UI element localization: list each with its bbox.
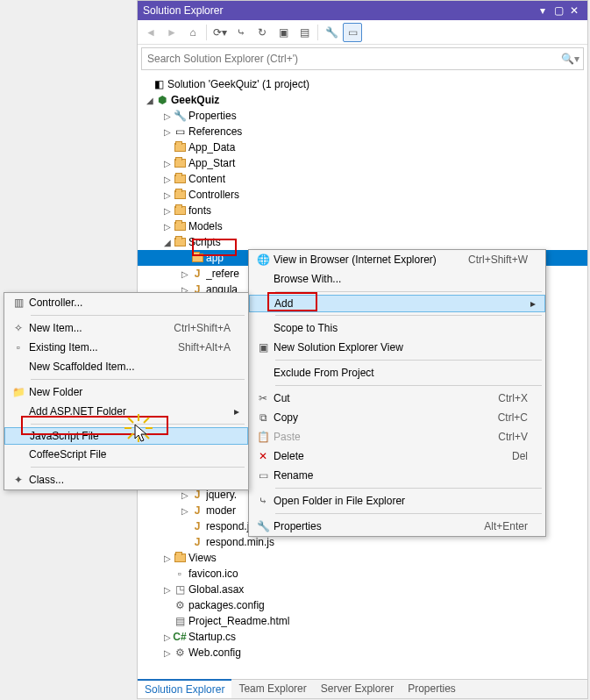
- menu-rename[interactable]: ▭Rename: [249, 466, 545, 485]
- folder-icon: [173, 219, 187, 233]
- solution-node[interactable]: ◧Solution 'GeekQuiz' (1 project): [141, 76, 587, 92]
- toolbar: ◄ ► ⌂ ⟳▾ ⤷ ↻ ▣ ▤ 🔧 ▭: [138, 20, 587, 45]
- folder-icon: [173, 156, 187, 170]
- webconfig-node[interactable]: ▷⚙Web.config: [141, 645, 587, 661]
- search-row: 🔍▾: [141, 47, 584, 70]
- views-node[interactable]: ▷Views: [141, 550, 587, 566]
- menu-paste: 📋PasteCtrl+V: [249, 427, 545, 446]
- config-file-icon: ⚙: [173, 646, 187, 660]
- collapse-icon[interactable]: ◢: [162, 238, 173, 247]
- menu-view-in-browser[interactable]: 🌐View in Browser (Internet Explorer)Ctrl…: [249, 250, 545, 269]
- menu-new-item[interactable]: ✧New Item...Ctrl+Shift+A: [4, 318, 248, 338]
- new-folder-icon: 📁: [8, 386, 29, 398]
- menu-new-se-view[interactable]: ▣New Solution Explorer View: [249, 338, 545, 357]
- menu-delete[interactable]: ✕DeleteDel: [249, 446, 545, 466]
- folder-icon: [173, 204, 187, 218]
- menu-browse-with[interactable]: Browse With...: [249, 269, 545, 289]
- show-all-button[interactable]: ▤: [295, 23, 314, 42]
- pin-icon[interactable]: ▢: [551, 4, 566, 17]
- js-file-icon: J: [190, 504, 204, 518]
- browser-icon: 🌐: [252, 254, 274, 266]
- existing-item-icon: ▫: [8, 341, 29, 354]
- cut-icon: ✂: [252, 392, 274, 404]
- references-node[interactable]: ▷▭References: [141, 124, 587, 139]
- menu-class[interactable]: ✦Class...: [4, 470, 248, 489]
- folder-open-icon: ⤷: [252, 495, 274, 507]
- titlebar: Solution Explorer ▾ ▢ ✕: [138, 1, 587, 20]
- folder-icon: [173, 172, 187, 186]
- menu-open-folder[interactable]: ⤷Open Folder in File Explorer: [249, 491, 545, 511]
- startup-node[interactable]: ▷C#Startup.cs: [141, 629, 587, 645]
- home-button[interactable]: ⌂: [183, 23, 203, 42]
- delete-icon: ✕: [252, 450, 274, 462]
- collapse-button[interactable]: ▣: [274, 23, 293, 42]
- tab-team-explorer[interactable]: Team Explorer: [231, 680, 313, 698]
- fonts-node[interactable]: ▷fonts: [141, 203, 587, 218]
- controller-icon: ▥: [8, 296, 29, 309]
- js-file-icon: J: [190, 519, 204, 533]
- project-icon: ⬢: [155, 93, 169, 107]
- chevron-right-icon: ▸: [231, 405, 239, 418]
- file-icon: ▫: [173, 567, 187, 581]
- content-node[interactable]: ▷Content: [141, 171, 587, 187]
- context-menu-main: 🌐View in Browser (Internet Explorer)Ctrl…: [248, 249, 546, 537]
- packages-node[interactable]: ⚙packages.config: [141, 597, 587, 613]
- class-icon: ✦: [8, 474, 29, 486]
- menu-controller[interactable]: ▥Controller...: [4, 293, 248, 312]
- paste-icon: 📋: [252, 431, 274, 443]
- folder-icon: [173, 188, 187, 202]
- panel-title: Solution Explorer: [143, 4, 535, 17]
- tab-properties[interactable]: Properties: [401, 680, 463, 698]
- readme-node[interactable]: ▤Project_Readme.html: [141, 613, 587, 629]
- favicon-node[interactable]: ▫favicon.ico: [141, 566, 587, 582]
- preview-button[interactable]: ▭: [343, 23, 362, 42]
- models-node[interactable]: ▷Models: [141, 218, 587, 234]
- controllers-node[interactable]: ▷Controllers: [141, 187, 587, 203]
- menu-scope[interactable]: Scope to This: [249, 318, 545, 338]
- copy-icon: ⧉: [252, 411, 274, 424]
- folder-icon: [173, 551, 187, 565]
- appstart-node[interactable]: ▷App_Start: [141, 155, 587, 171]
- folder-icon: [173, 140, 187, 154]
- menu-add[interactable]: Add▸: [249, 295, 545, 312]
- forward-button: ►: [162, 23, 181, 42]
- bottom-tabs: Solution Explorer Team Explorer Server E…: [138, 679, 587, 698]
- solution-icon: ◧: [152, 77, 166, 91]
- menu-aspnet-folder[interactable]: Add ASP.NET Folder▸: [4, 402, 248, 421]
- folder-icon: [173, 235, 187, 249]
- html-file-icon: ▤: [173, 614, 187, 628]
- menu-scaffold[interactable]: New Scaffolded Item...: [4, 357, 248, 376]
- menu-new-folder[interactable]: 📁New Folder: [4, 382, 248, 402]
- pending-button[interactable]: ⤷: [231, 23, 251, 42]
- menu-exclude[interactable]: Exclude From Project: [249, 363, 545, 382]
- scripts-node[interactable]: ◢Scripts: [141, 234, 587, 250]
- appdata-node[interactable]: App_Data: [141, 139, 587, 155]
- cs-file-icon: C#: [173, 630, 187, 644]
- close-icon[interactable]: ✕: [566, 4, 582, 17]
- menu-javascript-file[interactable]: JavaScript File: [4, 427, 248, 445]
- references-icon: ▭: [173, 125, 187, 139]
- tab-solution-explorer[interactable]: Solution Explorer: [138, 679, 231, 698]
- menu-copy[interactable]: ⧉CopyCtrl+C: [249, 408, 545, 427]
- config-file-icon: ⚙: [173, 598, 187, 612]
- properties-button[interactable]: 🔧: [322, 23, 341, 42]
- properties-node[interactable]: ▷🔧Properties: [141, 108, 587, 124]
- sync-button[interactable]: ⟳▾: [210, 23, 230, 42]
- refresh-button[interactable]: ↻: [252, 23, 272, 42]
- search-icon[interactable]: 🔍▾: [561, 53, 579, 65]
- project-node[interactable]: ◢⬢GeekQuiz: [141, 92, 587, 108]
- tab-server-explorer[interactable]: Server Explorer: [314, 680, 401, 698]
- menu-properties[interactable]: 🔧PropertiesAlt+Enter: [249, 517, 545, 536]
- search-input[interactable]: [146, 52, 561, 66]
- js-file-icon: J: [190, 267, 204, 281]
- dropdown-icon[interactable]: ▾: [535, 4, 551, 17]
- menu-cut[interactable]: ✂CutCtrl+X: [249, 389, 545, 408]
- back-button: ◄: [141, 23, 160, 42]
- menu-existing-item[interactable]: ▫Existing Item...Shift+Alt+A: [4, 338, 248, 357]
- menu-coffeescript-file[interactable]: CoffeeScript File: [4, 445, 248, 464]
- window-icon: ▣: [252, 341, 274, 354]
- wrench-icon: 🔧: [173, 109, 187, 123]
- collapse-icon[interactable]: ◢: [145, 96, 155, 105]
- global-node[interactable]: ▷◳Global.asax: [141, 582, 587, 597]
- file-icon: ◳: [173, 582, 187, 596]
